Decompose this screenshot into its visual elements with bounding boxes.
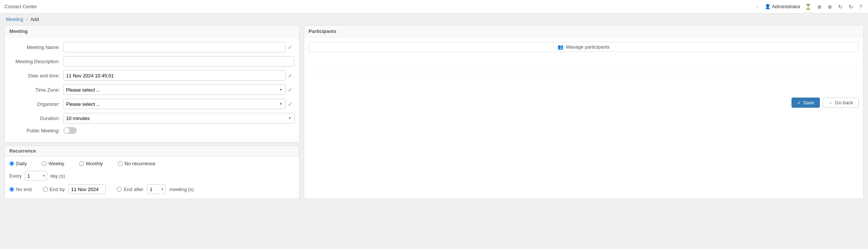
refresh2-icon-btn[interactable]: ↻ [847,3,855,10]
breadcrumb-current: Add [30,16,39,22]
public-meeting-toggle[interactable] [63,127,77,134]
recurrence-panel: Recurrence Daily Weekly Monthly [4,145,299,199]
breadcrumb-separator: › [26,16,28,22]
organizer-check-icon: ✓ [288,101,294,108]
date-time-input[interactable] [63,70,285,81]
recurrence-weekly-option[interactable]: Weekly [42,161,64,166]
public-meeting-wrap [63,127,294,134]
meeting-name-wrap: ✓ [63,42,294,52]
recurrence-no-radio[interactable] [118,161,123,166]
time-zone-select-wrapper: Please select ... [63,84,285,95]
recurrence-monthly-label: Monthly [86,161,103,166]
dropdown-placeholder: – [756,4,759,9]
meeting-name-check-icon: ✓ [288,44,294,51]
back-arrow-icon: ← [828,100,833,105]
end-after-select-wrap: 1 2 [147,184,166,194]
organizer-select[interactable]: Please select ... [63,99,285,109]
meeting-s-label: meeting (s) [169,187,194,192]
time-zone-select[interactable]: Please select ... [63,84,285,95]
main-content: Meeting Meeting Name: ✓ Meeting Descript… [0,25,868,203]
help-icon-btn[interactable]: ? [858,3,864,10]
duration-select-wrapper: 10 minutes 20 minutes 30 minutes 1 hour [63,113,294,123]
recurrence-monthly-option[interactable]: Monthly [79,161,103,166]
recurrence-body: Daily Weekly Monthly No recurrence [4,156,299,199]
recurrence-weekly-radio[interactable] [42,161,47,166]
organizer-label: Organizer: [9,101,63,107]
left-panel: Meeting Meeting Name: ✓ Meeting Descript… [4,25,299,199]
meeting-description-input[interactable] [63,56,294,67]
every-label: Every [9,173,22,179]
breadcrumb: Meeting › Add [0,13,868,25]
recurrence-daily-label: Daily [16,161,27,166]
participants-panel-title: Participants [304,25,863,37]
save-check-icon: ✓ [797,100,801,105]
recurrence-monthly-radio[interactable] [79,161,84,166]
day-label: day (s) [50,173,65,179]
user-info: 👤 Administrator [765,4,801,9]
end-after-option: End after 1 2 meeting (s) [117,184,194,194]
right-panel: Participants 👥 Manage participants ✓ Sav… [304,25,864,199]
divider [309,72,859,72]
add-icon-btn[interactable]: ⊕ [816,3,823,10]
duration-select[interactable]: 10 minutes 20 minutes 30 minutes 1 hour [63,113,294,123]
meeting-description-label: Meeting Description: [9,59,63,64]
recurrence-title: Recurrence [4,145,299,156]
time-zone-check-icon: ✓ [288,86,294,93]
manage-participants-icon: 👥 [558,44,563,50]
save-button[interactable]: ✓ Save [791,98,820,108]
public-meeting-row: Public Meeting: [9,127,294,134]
refresh-icon-btn[interactable]: ↻ [837,3,844,10]
meeting-description-row: Meeting Description: [9,56,294,67]
end-by-label: End by [50,187,65,192]
go-back-button[interactable]: ← Go back [823,98,859,108]
end-by-option: End by [43,184,106,194]
end-after-select[interactable]: 1 2 [147,184,166,194]
recurrence-no-option[interactable]: No recurrence [118,161,155,166]
clock-icon-btn[interactable]: ⏳ [803,3,813,10]
end-options: No end End by End after 1 2 [9,184,294,194]
public-meeting-label: Public Meeting: [9,128,63,133]
participants-panel-body: 👥 Manage participants ✓ Save ← Go back [304,37,863,112]
date-time-row: Date and time: ✓ [9,70,294,81]
meeting-panel: Meeting Meeting Name: ✓ Meeting Descript… [4,25,299,142]
organizer-row: Organizer: Please select ... ✓ [9,99,294,109]
meeting-name-label: Meeting Name: [9,44,63,50]
every-select[interactable]: 1 2 3 [25,171,47,181]
manage-participants-button[interactable]: 👥 Manage participants [309,42,859,52]
participants-panel: Participants 👥 Manage participants ✓ Sav… [304,25,864,199]
recurrence-weekly-label: Weekly [49,161,64,166]
top-nav: Contact Center – 👤 Administrator ⏳ ⊕ ⊕ ↻… [0,0,868,13]
no-end-radio[interactable] [9,187,14,192]
toggle-slider [63,127,77,134]
breadcrumb-parent[interactable]: Meeting [6,16,23,22]
date-time-check-icon: ✓ [288,72,294,79]
go-back-label: Go back [835,100,853,105]
globe-icon-btn[interactable]: ⊕ [826,3,834,10]
meeting-panel-title: Meeting [5,25,299,37]
no-end-option: No end [9,187,32,192]
organizer-select-wrapper: Please select ... [63,99,285,109]
recurrence-options: Daily Weekly Monthly No recurrence [9,161,294,166]
recurrence-daily-radio[interactable] [9,161,14,166]
end-by-radio[interactable] [43,187,48,192]
recurrence-daily-option[interactable]: Daily [9,161,27,166]
recurrence-every-row: Every 1 2 3 day (s) [9,171,294,181]
date-time-label: Date and time: [9,73,63,79]
no-end-label: No end [16,187,32,192]
meeting-name-input[interactable] [63,42,285,52]
nav-right: – 👤 Administrator ⏳ ⊕ ⊕ ↻ ↻ ? [756,3,864,10]
meeting-description-wrap [63,56,294,67]
end-by-date-input[interactable] [68,184,106,194]
save-label: Save [803,100,814,105]
recurrence-no-label: No recurrence [125,161,155,166]
every-select-wrap: 1 2 3 [25,171,47,181]
end-after-radio[interactable] [117,187,122,192]
user-name: Administrator [772,4,801,9]
meeting-name-row: Meeting Name: ✓ [9,42,294,52]
duration-label: Duration: [9,116,63,121]
duration-wrap: 10 minutes 20 minutes 30 minutes 1 hour [63,113,294,123]
time-zone-wrap: Please select ... ✓ [63,84,294,95]
manage-participants-label: Manage participants [566,44,609,50]
end-after-label: End after [124,187,143,192]
meeting-panel-body: Meeting Name: ✓ Meeting Description: Dat… [5,37,299,142]
